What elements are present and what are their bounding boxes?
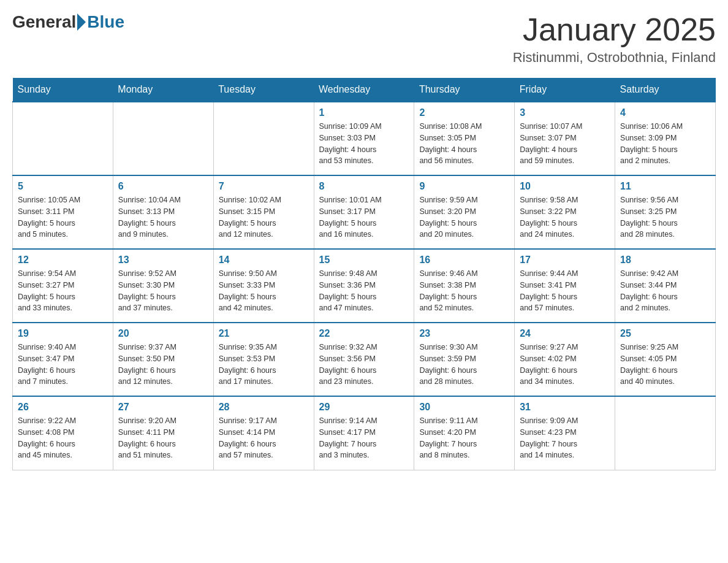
calendar-cell: 26Sunrise: 9:22 AM Sunset: 4:08 PM Dayli…: [13, 396, 113, 470]
day-header-tuesday: Tuesday: [213, 78, 314, 102]
day-number: 31: [520, 402, 610, 413]
day-number: 3: [520, 107, 610, 118]
calendar-body: 1Sunrise: 10:09 AM Sunset: 3:03 PM Dayli…: [13, 102, 716, 470]
day-number: 11: [620, 181, 710, 192]
day-number: 21: [219, 328, 309, 339]
day-number: 12: [18, 255, 108, 266]
day-number: 23: [419, 328, 509, 339]
day-number: 15: [319, 255, 409, 266]
day-number: 14: [219, 255, 309, 266]
calendar-cell: 21Sunrise: 9:35 AM Sunset: 3:53 PM Dayli…: [213, 323, 314, 396]
calendar-cell: 22Sunrise: 9:32 AM Sunset: 3:56 PM Dayli…: [314, 323, 414, 396]
day-info: Sunrise: 9:37 AM Sunset: 3:50 PM Dayligh…: [118, 342, 208, 388]
calendar-week-2: 5Sunrise: 10:05 AM Sunset: 3:11 PM Dayli…: [13, 175, 716, 249]
day-info: Sunrise: 9:11 AM Sunset: 4:20 PM Dayligh…: [419, 415, 509, 461]
calendar-cell: 24Sunrise: 9:27 AM Sunset: 4:02 PM Dayli…: [515, 323, 615, 396]
day-number: 13: [118, 255, 208, 266]
location-title: Ristinummi, Ostrobothnia, Finland: [513, 50, 716, 66]
day-info: Sunrise: 10:02 AM Sunset: 3:15 PM Daylig…: [219, 194, 309, 240]
day-info: Sunrise: 9:56 AM Sunset: 3:25 PM Dayligh…: [620, 194, 710, 240]
calendar-cell: 27Sunrise: 9:20 AM Sunset: 4:11 PM Dayli…: [113, 396, 213, 470]
page-header: General Blue January 2025 Ristinummi, Os…: [12, 12, 716, 66]
calendar-cell: 25Sunrise: 9:25 AM Sunset: 4:05 PM Dayli…: [615, 323, 716, 396]
calendar-cell: 10Sunrise: 9:58 AM Sunset: 3:22 PM Dayli…: [515, 175, 615, 249]
day-number: 5: [18, 181, 108, 192]
calendar-cell: 5Sunrise: 10:05 AM Sunset: 3:11 PM Dayli…: [13, 175, 113, 249]
calendar-cell: 11Sunrise: 9:56 AM Sunset: 3:25 PM Dayli…: [615, 175, 716, 249]
calendar-cell: 18Sunrise: 9:42 AM Sunset: 3:44 PM Dayli…: [615, 249, 716, 323]
calendar-cell: [113, 102, 213, 175]
calendar-cell: 16Sunrise: 9:46 AM Sunset: 3:38 PM Dayli…: [414, 249, 515, 323]
calendar-cell: 31Sunrise: 9:09 AM Sunset: 4:23 PM Dayli…: [515, 396, 615, 470]
day-info: Sunrise: 10:08 AM Sunset: 3:05 PM Daylig…: [419, 121, 509, 167]
day-info: Sunrise: 10:07 AM Sunset: 3:07 PM Daylig…: [520, 121, 610, 167]
day-number: 17: [520, 255, 610, 266]
day-header-monday: Monday: [113, 78, 213, 102]
day-header-wednesday: Wednesday: [314, 78, 414, 102]
day-info: Sunrise: 9:44 AM Sunset: 3:41 PM Dayligh…: [520, 268, 610, 314]
calendar-cell: [13, 102, 113, 175]
day-number: 4: [620, 107, 710, 118]
calendar-cell: 4Sunrise: 10:06 AM Sunset: 3:09 PM Dayli…: [615, 102, 716, 175]
day-info: Sunrise: 9:46 AM Sunset: 3:38 PM Dayligh…: [419, 268, 509, 314]
day-info: Sunrise: 9:52 AM Sunset: 3:30 PM Dayligh…: [118, 268, 208, 314]
day-info: Sunrise: 9:25 AM Sunset: 4:05 PM Dayligh…: [620, 342, 710, 388]
day-number: 1: [319, 107, 409, 118]
calendar-cell: 28Sunrise: 9:17 AM Sunset: 4:14 PM Dayli…: [213, 396, 314, 470]
calendar-cell: [213, 102, 314, 175]
logo-triangle-icon: [77, 13, 86, 31]
calendar-table: SundayMondayTuesdayWednesdayThursdayFrid…: [12, 78, 716, 470]
day-number: 26: [18, 402, 108, 413]
day-number: 2: [419, 107, 509, 118]
month-title: January 2025: [513, 12, 716, 47]
calendar-cell: 14Sunrise: 9:50 AM Sunset: 3:33 PM Dayli…: [213, 249, 314, 323]
calendar-week-3: 12Sunrise: 9:54 AM Sunset: 3:27 PM Dayli…: [13, 249, 716, 323]
day-header-sunday: Sunday: [13, 78, 113, 102]
calendar-cell: 12Sunrise: 9:54 AM Sunset: 3:27 PM Dayli…: [13, 249, 113, 323]
calendar-cell: 9Sunrise: 9:59 AM Sunset: 3:20 PM Daylig…: [414, 175, 515, 249]
day-number: 16: [419, 255, 509, 266]
day-info: Sunrise: 9:54 AM Sunset: 3:27 PM Dayligh…: [18, 268, 108, 314]
day-number: 19: [18, 328, 108, 339]
title-section: January 2025 Ristinummi, Ostrobothnia, F…: [513, 12, 716, 66]
day-info: Sunrise: 9:58 AM Sunset: 3:22 PM Dayligh…: [520, 194, 610, 240]
day-number: 24: [520, 328, 610, 339]
calendar-cell: 23Sunrise: 9:30 AM Sunset: 3:59 PM Dayli…: [414, 323, 515, 396]
day-number: 18: [620, 255, 710, 266]
calendar-cell: 7Sunrise: 10:02 AM Sunset: 3:15 PM Dayli…: [213, 175, 314, 249]
calendar-cell: 3Sunrise: 10:07 AM Sunset: 3:07 PM Dayli…: [515, 102, 615, 175]
day-number: 7: [219, 181, 309, 192]
day-header-saturday: Saturday: [615, 78, 716, 102]
header-row: SundayMondayTuesdayWednesdayThursdayFrid…: [13, 78, 716, 102]
calendar-cell: 1Sunrise: 10:09 AM Sunset: 3:03 PM Dayli…: [314, 102, 414, 175]
calendar-cell: 20Sunrise: 9:37 AM Sunset: 3:50 PM Dayli…: [113, 323, 213, 396]
day-info: Sunrise: 9:22 AM Sunset: 4:08 PM Dayligh…: [18, 415, 108, 461]
day-info: Sunrise: 10:04 AM Sunset: 3:13 PM Daylig…: [118, 194, 208, 240]
calendar-cell: 2Sunrise: 10:08 AM Sunset: 3:05 PM Dayli…: [414, 102, 515, 175]
day-number: 22: [319, 328, 409, 339]
day-number: 25: [620, 328, 710, 339]
day-info: Sunrise: 9:09 AM Sunset: 4:23 PM Dayligh…: [520, 415, 610, 461]
calendar-week-5: 26Sunrise: 9:22 AM Sunset: 4:08 PM Dayli…: [13, 396, 716, 470]
calendar-week-4: 19Sunrise: 9:40 AM Sunset: 3:47 PM Dayli…: [13, 323, 716, 396]
calendar-cell: 13Sunrise: 9:52 AM Sunset: 3:30 PM Dayli…: [113, 249, 213, 323]
day-info: Sunrise: 9:20 AM Sunset: 4:11 PM Dayligh…: [118, 415, 208, 461]
day-info: Sunrise: 9:17 AM Sunset: 4:14 PM Dayligh…: [219, 415, 309, 461]
day-info: Sunrise: 9:40 AM Sunset: 3:47 PM Dayligh…: [18, 342, 108, 388]
calendar-cell: 17Sunrise: 9:44 AM Sunset: 3:41 PM Dayli…: [515, 249, 615, 323]
day-number: 30: [419, 402, 509, 413]
day-info: Sunrise: 9:30 AM Sunset: 3:59 PM Dayligh…: [419, 342, 509, 388]
day-number: 27: [118, 402, 208, 413]
day-number: 20: [118, 328, 208, 339]
calendar-week-1: 1Sunrise: 10:09 AM Sunset: 3:03 PM Dayli…: [13, 102, 716, 175]
day-number: 8: [319, 181, 409, 192]
day-number: 29: [319, 402, 409, 413]
calendar-header: SundayMondayTuesdayWednesdayThursdayFrid…: [13, 78, 716, 102]
day-info: Sunrise: 10:01 AM Sunset: 3:17 PM Daylig…: [319, 194, 409, 240]
day-info: Sunrise: 10:06 AM Sunset: 3:09 PM Daylig…: [620, 121, 710, 167]
day-number: 10: [520, 181, 610, 192]
calendar-cell: 8Sunrise: 10:01 AM Sunset: 3:17 PM Dayli…: [314, 175, 414, 249]
calendar-cell: 15Sunrise: 9:48 AM Sunset: 3:36 PM Dayli…: [314, 249, 414, 323]
day-number: 28: [219, 402, 309, 413]
day-info: Sunrise: 9:27 AM Sunset: 4:02 PM Dayligh…: [520, 342, 610, 388]
